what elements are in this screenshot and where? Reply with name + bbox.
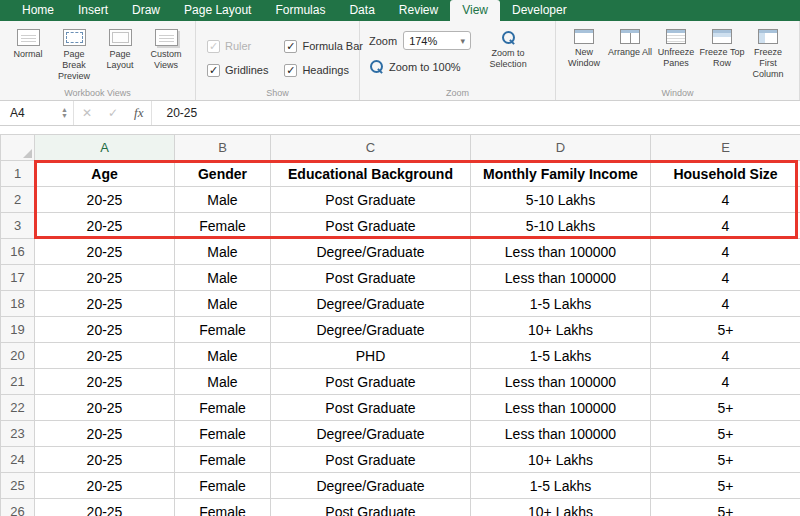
cell[interactable]: Post Graduate bbox=[271, 265, 471, 291]
cell[interactable]: 20-25 bbox=[35, 213, 175, 239]
cell[interactable]: Household Size bbox=[651, 161, 800, 187]
cell[interactable]: 20-25 bbox=[35, 473, 175, 499]
formula-bar-checkbox[interactable]: ✓ Formula Bar bbox=[284, 40, 363, 53]
column-header-C[interactable]: C bbox=[271, 135, 471, 161]
cell[interactable]: 20-25 bbox=[35, 343, 175, 369]
cell[interactable]: 1-5 Lakhs bbox=[471, 343, 651, 369]
cell[interactable]: Post Graduate bbox=[271, 369, 471, 395]
cell[interactable]: 20-25 bbox=[35, 395, 175, 421]
cell[interactable]: 4 bbox=[651, 239, 800, 265]
cell[interactable]: Post Graduate bbox=[271, 447, 471, 473]
tab-home[interactable]: Home bbox=[10, 0, 66, 21]
tab-formulas[interactable]: Formulas bbox=[263, 0, 337, 21]
freeze-first-column-button[interactable]: Freeze First Column bbox=[745, 26, 791, 79]
row-header[interactable]: 20 bbox=[1, 343, 35, 369]
column-header-B[interactable]: B bbox=[175, 135, 271, 161]
cell[interactable]: Less than 100000 bbox=[471, 239, 651, 265]
page-break-preview-button[interactable]: Page Break Preview bbox=[51, 26, 97, 81]
cell[interactable]: 4 bbox=[651, 265, 800, 291]
cell[interactable]: 4 bbox=[651, 343, 800, 369]
freeze-top-row-button[interactable]: Freeze Top Row bbox=[699, 26, 745, 69]
cell[interactable]: Female bbox=[175, 317, 271, 343]
row-header[interactable]: 18 bbox=[1, 291, 35, 317]
row-header[interactable]: 2 bbox=[1, 187, 35, 213]
tab-developer[interactable]: Developer bbox=[500, 0, 579, 21]
cell[interactable]: Less than 100000 bbox=[471, 421, 651, 447]
cell[interactable]: Female bbox=[175, 395, 271, 421]
cell[interactable]: Gender bbox=[175, 161, 271, 187]
cell[interactable]: Female bbox=[175, 213, 271, 239]
cell[interactable]: Age bbox=[35, 161, 175, 187]
arrange-all-button[interactable]: Arrange All bbox=[607, 26, 653, 58]
cell[interactable]: Female bbox=[175, 499, 271, 516]
normal-view-button[interactable]: Normal bbox=[5, 26, 51, 60]
cell[interactable]: 5+ bbox=[651, 447, 800, 473]
row-header[interactable]: 1 bbox=[1, 161, 35, 187]
cell[interactable]: 20-25 bbox=[35, 291, 175, 317]
zoom-to-selection-button[interactable]: Zoom to Selection bbox=[481, 28, 535, 74]
cell[interactable]: Post Graduate bbox=[271, 213, 471, 239]
cell[interactable]: Post Graduate bbox=[271, 187, 471, 213]
cell[interactable]: Less than 100000 bbox=[471, 265, 651, 291]
tab-insert[interactable]: Insert bbox=[66, 0, 120, 21]
cell[interactable]: 20-25 bbox=[35, 369, 175, 395]
row-header[interactable]: 22 bbox=[1, 395, 35, 421]
enter-icon[interactable]: ✓ bbox=[100, 101, 126, 125]
cell[interactable]: Degree/Graduate bbox=[271, 421, 471, 447]
row-header[interactable]: 3 bbox=[1, 213, 35, 239]
cell[interactable]: 4 bbox=[651, 213, 800, 239]
cell[interactable]: 4 bbox=[651, 291, 800, 317]
cell[interactable]: 5-10 Lakhs bbox=[471, 213, 651, 239]
cell[interactable]: Educational Background bbox=[271, 161, 471, 187]
name-box-stepper[interactable]: ▲ ▼ bbox=[56, 101, 74, 125]
row-header[interactable]: 26 bbox=[1, 499, 35, 516]
cell[interactable]: 10+ Lakhs bbox=[471, 447, 651, 473]
cell[interactable]: Degree/Graduate bbox=[271, 291, 471, 317]
cell[interactable]: 20-25 bbox=[35, 421, 175, 447]
column-header-A[interactable]: A bbox=[35, 135, 175, 161]
row-header[interactable]: 21 bbox=[1, 369, 35, 395]
cell[interactable]: 5+ bbox=[651, 395, 800, 421]
row-header[interactable]: 16 bbox=[1, 239, 35, 265]
cell[interactable]: PHD bbox=[271, 343, 471, 369]
new-window-button[interactable]: New Window bbox=[561, 26, 607, 69]
cell[interactable]: Female bbox=[175, 447, 271, 473]
cell[interactable]: 20-25 bbox=[35, 447, 175, 473]
tab-page-layout[interactable]: Page Layout bbox=[172, 0, 263, 21]
cell[interactable]: Degree/Graduate bbox=[271, 239, 471, 265]
insert-function-icon[interactable]: fx bbox=[126, 101, 152, 125]
zoom-100-button[interactable]: Zoom to 100% bbox=[369, 60, 471, 74]
headings-checkbox[interactable]: ✓ Headings bbox=[284, 64, 363, 77]
cell[interactable]: 5+ bbox=[651, 317, 800, 343]
tab-data[interactable]: Data bbox=[337, 0, 386, 21]
select-all-corner[interactable] bbox=[1, 135, 35, 161]
row-header[interactable]: 19 bbox=[1, 317, 35, 343]
cell[interactable]: Male bbox=[175, 187, 271, 213]
zoom-level-select[interactable]: 174% ▾ bbox=[403, 31, 471, 50]
cell[interactable]: Female bbox=[175, 421, 271, 447]
row-header[interactable]: 23 bbox=[1, 421, 35, 447]
custom-views-button[interactable]: Custom Views bbox=[143, 26, 189, 71]
cell[interactable]: Male bbox=[175, 369, 271, 395]
cell[interactable]: 20-25 bbox=[35, 317, 175, 343]
cell[interactable]: 5-10 Lakhs bbox=[471, 187, 651, 213]
cell[interactable]: Male bbox=[175, 291, 271, 317]
cell[interactable]: Post Graduate bbox=[271, 395, 471, 421]
column-header-D[interactable]: D bbox=[471, 135, 651, 161]
cell[interactable]: 20-25 bbox=[35, 239, 175, 265]
cell[interactable]: 20-25 bbox=[35, 499, 175, 516]
cell[interactable]: 10+ Lakhs bbox=[471, 317, 651, 343]
cell[interactable]: Female bbox=[175, 473, 271, 499]
cancel-icon[interactable]: ✕ bbox=[74, 101, 100, 125]
tab-draw[interactable]: Draw bbox=[120, 0, 172, 21]
cell[interactable]: 4 bbox=[651, 187, 800, 213]
ruler-checkbox[interactable]: ✓ Ruler bbox=[207, 40, 268, 53]
cell[interactable]: Less than 100000 bbox=[471, 395, 651, 421]
column-header-E[interactable]: E bbox=[651, 135, 800, 161]
unfreeze-panes-button[interactable]: Unfreeze Panes bbox=[653, 26, 699, 69]
gridlines-checkbox[interactable]: ✓ Gridlines bbox=[207, 64, 268, 77]
page-layout-view-button[interactable]: Page Layout bbox=[97, 26, 143, 71]
cell[interactable]: 1-5 Lakhs bbox=[471, 473, 651, 499]
cell[interactable]: Post Graduate bbox=[271, 499, 471, 516]
cell[interactable]: Male bbox=[175, 343, 271, 369]
